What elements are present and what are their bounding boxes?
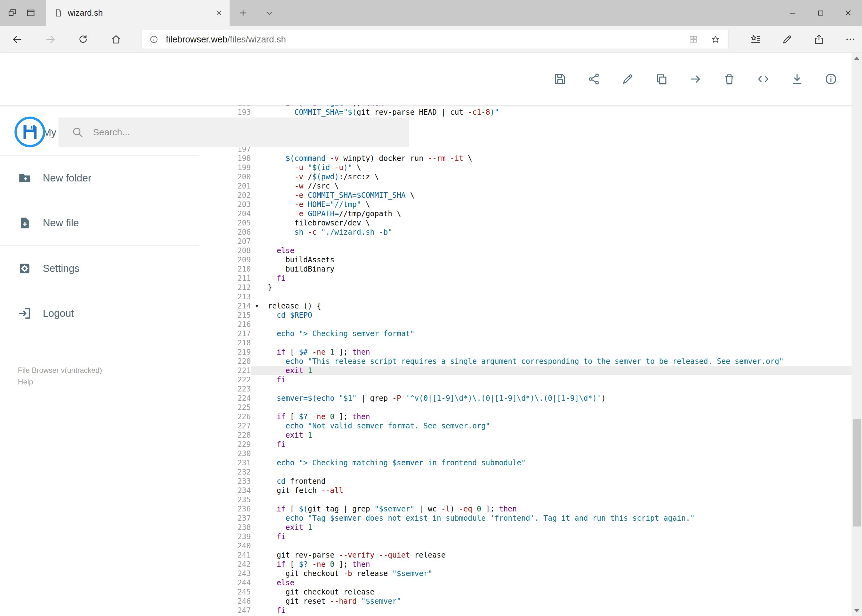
- rename-pencil-button[interactable]: [621, 72, 635, 86]
- code-line[interactable]: 223: [222, 384, 862, 394]
- site-info-icon[interactable]: [149, 35, 159, 44]
- forward-button[interactable]: [45, 34, 56, 45]
- home-button[interactable]: [110, 34, 121, 45]
- code-line[interactable]: 224 semver=$(echo "$1" | grep -P '^v(0|[…: [222, 394, 862, 403]
- sidebar-item-new-file[interactable]: New file: [0, 201, 222, 245]
- code-line[interactable]: 225: [222, 403, 862, 412]
- browser-tab[interactable]: wizard.sh: [46, 0, 230, 26]
- favorite-star-icon[interactable]: [711, 35, 720, 44]
- scrollbar-thumb[interactable]: [853, 419, 861, 526]
- code-line[interactable]: 214▾release () {: [222, 302, 862, 311]
- search-input[interactable]: [92, 127, 403, 138]
- scroll-down-arrow-icon[interactable]: [854, 609, 859, 612]
- code-line[interactable]: 236 if [ $(git tag | grep "$semver" | wc…: [222, 504, 862, 514]
- vertical-scrollbar[interactable]: [851, 53, 862, 616]
- sidebar: My files New folder New file Settings: [0, 105, 222, 616]
- back-button[interactable]: [12, 34, 23, 45]
- code-line[interactable]: 233 cd frontend: [222, 477, 862, 486]
- code-line[interactable]: 216: [222, 320, 862, 329]
- share-button[interactable]: [587, 72, 601, 86]
- code-line[interactable]: 206 sh -c "./wizard.sh -b": [222, 228, 862, 237]
- minimize-button[interactable]: [779, 0, 807, 26]
- code-line[interactable]: 221 exit 1: [222, 366, 862, 375]
- code-line[interactable]: 198 $(command -v winpty) docker run --rm…: [222, 154, 862, 163]
- code-line[interactable]: 227 echo "Not valid semver format. See s…: [222, 421, 862, 431]
- scroll-up-arrow-icon[interactable]: [854, 57, 859, 60]
- code-line[interactable]: 207: [222, 237, 862, 246]
- tab-close-icon[interactable]: [215, 9, 223, 17]
- code-editor[interactable]: 192 if [ -d ".git" ]; then193 COMMIT_SHA…: [222, 105, 862, 616]
- code-line[interactable]: 242 if [ $? -ne 0 ]; then: [222, 560, 862, 569]
- sidebar-footer: File Browser v(untracked) Help: [0, 365, 222, 388]
- close-window-button[interactable]: [834, 0, 862, 26]
- code-line[interactable]: 192 if [ -d ".git" ]; then: [222, 105, 862, 108]
- code-line[interactable]: 232: [222, 467, 862, 477]
- code-line[interactable]: 193 COMMIT_SHA="$(git rev-parse HEAD | c…: [222, 108, 862, 117]
- save-button[interactable]: [553, 72, 567, 86]
- delete-button[interactable]: [723, 72, 736, 86]
- code-line[interactable]: 228 exit 1: [222, 431, 862, 440]
- code-line[interactable]: 234 git fetch --all: [222, 486, 862, 495]
- code-line[interactable]: 199 -u "$(id -u)" \: [222, 163, 862, 172]
- download-button[interactable]: [790, 72, 804, 86]
- help-link[interactable]: Help: [18, 376, 222, 388]
- sidebar-item-new-folder[interactable]: New folder: [0, 156, 222, 201]
- tab-preview-icon[interactable]: [22, 0, 40, 26]
- code-line[interactable]: 241 git rev-parse --verify --quiet relea…: [222, 550, 862, 560]
- code-line[interactable]: 245 git checkout release: [222, 588, 862, 597]
- code-line[interactable]: 239 fi: [222, 532, 862, 541]
- line-number: 226: [222, 412, 251, 421]
- more-options-icon[interactable]: [845, 34, 856, 45]
- code-line[interactable]: 212}: [222, 283, 862, 292]
- code-line[interactable]: 200 -v /$(pwd):/src:z \: [222, 172, 862, 181]
- line-number: 202: [222, 191, 251, 200]
- code-line[interactable]: 210 buildBinary: [222, 264, 862, 274]
- code-line[interactable]: 203 -e HOME="//tmp" \: [222, 200, 862, 209]
- code-line[interactable]: 231 echo "> Checking matching $semver in…: [222, 458, 862, 467]
- code-line[interactable]: 230: [222, 449, 862, 458]
- sidebar-item-settings[interactable]: Settings: [0, 246, 222, 291]
- hub-favorites-icon[interactable]: [750, 34, 761, 45]
- code-line[interactable]: 240: [222, 541, 862, 550]
- reading-view-icon[interactable]: [689, 35, 698, 44]
- code-line[interactable]: 220 echo "This release script requires a…: [222, 357, 862, 366]
- browser-toolbar: filebrowser.web/files/wizard.sh: [0, 26, 862, 53]
- copy-button[interactable]: [655, 72, 668, 86]
- share-page-icon[interactable]: [813, 34, 824, 45]
- address-bar[interactable]: filebrowser.web/files/wizard.sh: [142, 30, 729, 49]
- code-line[interactable]: 229 fi: [222, 440, 862, 449]
- code-line[interactable]: 202 -e COMMIT_SHA=$COMMIT_SHA \: [222, 191, 862, 200]
- code-line[interactable]: 204 -e GOPATH=//tmp/gopath \: [222, 209, 862, 218]
- code-line[interactable]: 243 git checkout -b release "$semver": [222, 569, 862, 578]
- move-button[interactable]: [689, 72, 702, 86]
- code-line[interactable]: 219 if [ $# -ne 1 ]; then: [222, 347, 862, 357]
- info-button[interactable]: [824, 72, 838, 86]
- filebrowser-logo[interactable]: [14, 116, 46, 148]
- code-line[interactable]: 247 fi: [222, 606, 862, 615]
- code-line[interactable]: 201 -w //src \: [222, 181, 862, 191]
- tab-preview-chevron-icon[interactable]: [260, 0, 279, 26]
- maximize-button[interactable]: [807, 0, 834, 26]
- code-line[interactable]: 218: [222, 338, 862, 347]
- tabs-aside-icon[interactable]: [3, 0, 22, 26]
- code-line[interactable]: 205 filebrowser/dev \: [222, 218, 862, 228]
- sidebar-item-logout[interactable]: Logout: [0, 291, 222, 336]
- code-line[interactable]: 209 buildAssets: [222, 255, 862, 264]
- code-line[interactable]: 211 fi: [222, 274, 862, 283]
- code-line[interactable]: 215 cd $REPO: [222, 311, 862, 320]
- new-tab-button[interactable]: [234, 0, 252, 26]
- raw-code-button[interactable]: [756, 72, 770, 86]
- code-line[interactable]: 208 else: [222, 246, 862, 255]
- code-line[interactable]: 226 if [ $? -ne 0 ]; then: [222, 412, 862, 421]
- code-line[interactable]: 237 echo "Tag $semver does not exist in …: [222, 514, 862, 523]
- code-line[interactable]: 244 else: [222, 578, 862, 588]
- code-line[interactable]: 217 echo "> Checking semver format": [222, 329, 862, 338]
- code-line[interactable]: 222 fi: [222, 375, 862, 384]
- search-box[interactable]: [58, 118, 409, 147]
- refresh-button[interactable]: [77, 34, 89, 45]
- code-line[interactable]: 235: [222, 495, 862, 504]
- code-line[interactable]: 213: [222, 292, 862, 302]
- code-line[interactable]: 246 git reset --hard "$semver": [222, 597, 862, 606]
- code-line[interactable]: 238 exit 1: [222, 523, 862, 532]
- fold-arrow-icon[interactable]: ▾: [255, 302, 258, 311]
